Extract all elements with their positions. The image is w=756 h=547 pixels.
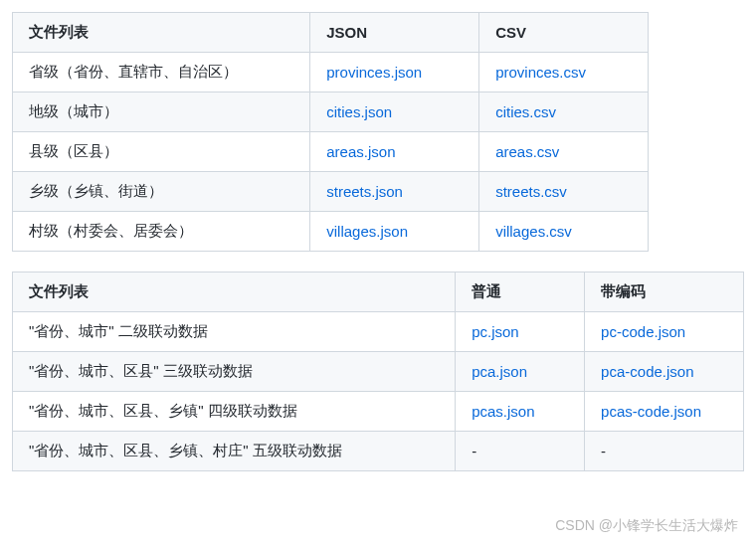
file-list-table-basic: 文件列表 JSON CSV 省级（省份、直辖市、自治区） provinces.j… bbox=[12, 12, 649, 252]
csv-link[interactable]: villages.csv bbox=[495, 223, 572, 240]
row-name: "省份、城市、区县、乡镇、村庄" 五级联动数据 bbox=[13, 432, 456, 471]
header-plain: 普通 bbox=[456, 273, 585, 312]
plain-link[interactable]: pca.json bbox=[472, 363, 527, 380]
row-name: "省份、城市" 二级联动数据 bbox=[13, 312, 456, 352]
header-file-list: 文件列表 bbox=[13, 273, 456, 312]
header-json: JSON bbox=[310, 13, 479, 53]
header-file-list: 文件列表 bbox=[13, 13, 310, 53]
row-name: 村级（村委会、居委会） bbox=[13, 212, 310, 252]
table-row: 村级（村委会、居委会） villages.json villages.csv bbox=[13, 212, 649, 252]
row-name: 省级（省份、直辖市、自治区） bbox=[13, 53, 310, 92]
row-name: 地级（城市） bbox=[13, 92, 310, 132]
plain-link[interactable]: pc.json bbox=[472, 323, 519, 340]
code-link[interactable]: pc-code.json bbox=[601, 323, 685, 340]
row-name: "省份、城市、区县" 三级联动数据 bbox=[13, 352, 456, 392]
table-header-row: 文件列表 普通 带编码 bbox=[13, 273, 744, 312]
table-row: "省份、城市" 二级联动数据 pc.json pc-code.json bbox=[13, 312, 744, 352]
row-name: 县级（区县） bbox=[13, 132, 310, 172]
json-link[interactable]: provinces.json bbox=[326, 64, 422, 81]
header-code: 带编码 bbox=[585, 273, 744, 312]
csv-link[interactable]: provinces.csv bbox=[495, 64, 586, 81]
code-link[interactable]: pca-code.json bbox=[601, 363, 693, 380]
csv-link[interactable]: cities.csv bbox=[495, 103, 556, 120]
code-link[interactable]: pcas-code.json bbox=[601, 403, 701, 420]
json-link[interactable]: cities.json bbox=[326, 103, 392, 120]
plain-cell: - bbox=[456, 432, 585, 471]
json-link[interactable]: villages.json bbox=[326, 223, 408, 240]
csv-link[interactable]: areas.csv bbox=[495, 143, 559, 160]
table-row: 县级（区县） areas.json areas.csv bbox=[13, 132, 649, 172]
plain-link[interactable]: pcas.json bbox=[472, 403, 534, 420]
table-header-row: 文件列表 JSON CSV bbox=[13, 13, 649, 53]
row-name: 乡级（乡镇、街道） bbox=[13, 172, 310, 212]
json-link[interactable]: streets.json bbox=[326, 183, 403, 200]
json-link[interactable]: areas.json bbox=[326, 143, 395, 160]
code-cell: - bbox=[585, 432, 744, 471]
table-row: 地级（城市） cities.json cities.csv bbox=[13, 92, 649, 132]
table-row: "省份、城市、区县、乡镇、村庄" 五级联动数据 - - bbox=[13, 432, 744, 471]
row-name: "省份、城市、区县、乡镇" 四级联动数据 bbox=[13, 392, 456, 432]
table-row: 乡级（乡镇、街道） streets.json streets.csv bbox=[13, 172, 649, 212]
table-row: "省份、城市、区县" 三级联动数据 pca.json pca-code.json bbox=[13, 352, 744, 392]
csv-link[interactable]: streets.csv bbox=[495, 183, 567, 200]
file-list-table-linked: 文件列表 普通 带编码 "省份、城市" 二级联动数据 pc.json pc-co… bbox=[12, 272, 744, 471]
header-csv: CSV bbox=[479, 13, 649, 53]
table-row: "省份、城市、区县、乡镇" 四级联动数据 pcas.json pcas-code… bbox=[13, 392, 744, 432]
table-row: 省级（省份、直辖市、自治区） provinces.json provinces.… bbox=[13, 53, 649, 92]
